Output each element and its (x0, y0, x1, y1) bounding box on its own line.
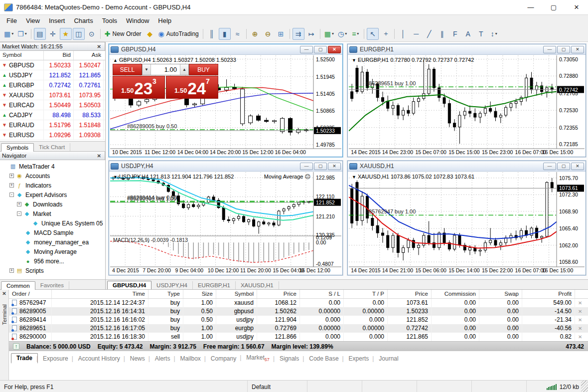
periods-button[interactable]: ◷▾ (336, 28, 348, 40)
terminal-tab-code-base[interactable]: Code Base (304, 354, 343, 363)
expand-icon[interactable]: + (17, 202, 21, 206)
data-window-toggle[interactable]: ✛ (47, 28, 59, 40)
collapse-icon[interactable]: - (9, 193, 14, 197)
market-watch-row-eurcad[interactable]: ▼EURCAD1.504491.50503 (0, 100, 105, 110)
navigator-item-market[interactable]: -◆Market (2, 209, 105, 218)
market-watch-row-eurgbp[interactable]: ▲EURGBP0.727420.72761 (0, 80, 105, 90)
chart-tab-xauusd-h1[interactable]: XAUUSD,H1 (236, 281, 279, 289)
close-order-icon[interactable]: ✕ (575, 300, 582, 306)
collapse-icon[interactable]: - (17, 211, 21, 216)
market-watch-row-xauusd[interactable]: ▼XAUUSD1073.611073.95 (0, 90, 105, 100)
zoom-in-button[interactable]: ⊕ (249, 28, 261, 40)
chart-close-icon[interactable]: ✕ (571, 163, 584, 170)
tab-tick-chart[interactable]: Tick Chart (34, 143, 70, 151)
terminal-tab-alerts[interactable]: Alerts (150, 354, 175, 363)
column-header-profit[interactable]: Profit (522, 290, 575, 298)
menu-charts[interactable]: Charts (69, 16, 97, 25)
sell-button[interactable]: SELL (113, 64, 142, 75)
volume-up-icon[interactable]: ▲ (180, 64, 188, 75)
menu-file[interactable]: File (2, 16, 21, 25)
maximize-button[interactable]: ▢ (542, 0, 565, 14)
order-row-86289651[interactable]: 862896512015.12.16 16:17:05buy1.00eurgbp… (9, 324, 588, 333)
profiles-button[interactable]: ❐▾ (16, 28, 28, 40)
column-header-type[interactable]: Type (148, 290, 183, 298)
expand-icon[interactable]: + (9, 174, 14, 178)
crosshair-button[interactable]: ＋ (380, 28, 392, 40)
menu-help[interactable]: Help (153, 16, 176, 25)
navigator-item-moving-average[interactable]: ◆Moving Average (2, 247, 105, 256)
line-chart-toggle[interactable]: ≈ (232, 28, 244, 40)
status-profile[interactable]: Default (248, 381, 307, 392)
menu-view[interactable]: View (21, 16, 44, 25)
chart-window-xauusd-titlebar[interactable]: XAUUSD,H1 — ▢ ✕ (348, 161, 586, 172)
terminal-tab-company[interactable]: Company (206, 354, 241, 363)
cursor-button[interactable]: ↖ (367, 28, 379, 40)
menu-tools[interactable]: Tools (98, 16, 122, 25)
trendline-button[interactable]: ╱ (423, 28, 435, 40)
column-header-price[interactable]: Price (388, 290, 432, 298)
navigator-item-expert-advisors[interactable]: -◆Expert Advisors (2, 190, 105, 199)
terminal-tab-trade[interactable]: Trade (11, 353, 38, 364)
buy-price-panel[interactable]: 1.50 24 7 (166, 76, 218, 99)
column-header-price[interactable]: Price (257, 290, 300, 298)
autotrading-button[interactable]: ◉AutoTrading (157, 28, 200, 40)
chart-close-icon[interactable]: ✕ (571, 46, 584, 53)
order-row-86290000[interactable]: 862900002015.12.16 16:18:30sell1.00usdjp… (9, 333, 588, 341)
column-header-order-[interactable]: Order / (9, 290, 52, 298)
terminal-tab-experts[interactable]: Experts (344, 354, 374, 363)
text-button[interactable]: A (462, 28, 474, 40)
new-chart-button[interactable]: ▦▾ (2, 28, 15, 40)
terminal-tab-exposure[interactable]: Exposure (38, 354, 73, 363)
candlestick-toggle[interactable]: ▮ (219, 28, 231, 40)
close-order-icon[interactable]: ✕ (575, 334, 582, 340)
chart-minimize-icon[interactable]: — (543, 163, 556, 170)
chart-restore-icon[interactable]: ▢ (314, 46, 327, 53)
label-button[interactable]: T (475, 28, 487, 40)
column-header-swap[interactable]: Swap (479, 290, 522, 298)
terminal-tab-mailbox[interactable]: Mailbox (175, 354, 205, 363)
chart-canvas-usdjpy[interactable]: #86289414 buy 0.50#86290000 sell 1.00122… (110, 172, 341, 274)
close-order-icon[interactable]: ✕ (575, 309, 582, 314)
chart-tab-eurgbp-h1[interactable]: EURGBP,H1 (193, 281, 236, 289)
navigator-item-scripts[interactable]: +▤Scripts (2, 266, 105, 275)
hline-button[interactable]: ─ (410, 28, 422, 40)
terminal-tab-account-history[interactable]: Account History (73, 354, 125, 363)
market-watch-row-gbpusd[interactable]: ▼GBPUSD1.502331.50247 (0, 60, 105, 70)
navigator-item-accounts[interactable]: +◉Accounts (2, 171, 105, 181)
navigator-item-macd-sample[interactable]: ◆MACD Sample (2, 228, 105, 237)
column-header-commission[interactable]: Commission (432, 290, 479, 298)
vline-button[interactable]: │ (397, 28, 409, 40)
chart-window-gbpusd-titlebar[interactable]: GBPUSD,H4 — ▢ ✕ (109, 44, 342, 55)
market-watch-close-icon[interactable]: ✕ (96, 44, 103, 49)
terminal-tab-news[interactable]: News (125, 354, 150, 363)
sell-price-panel[interactable]: 1.50 23 3 (113, 76, 165, 99)
tab-favorites[interactable]: Favorites (35, 281, 69, 289)
chart-window-usdjpy-titlebar[interactable]: USDJPY,H4 — ▢ ✕ (109, 161, 342, 172)
market-watch-toggle[interactable]: ▤ (34, 28, 46, 40)
chart-canvas-eurgbp[interactable]: #86289651 buy 1.000.730500.728800.727050… (349, 55, 585, 156)
terminal-close-icon[interactable]: ✕ (2, 290, 6, 297)
terminal-tab-signals[interactable]: Signals (275, 354, 304, 363)
buy-button[interactable]: BUY (189, 64, 218, 75)
strategy-tester-toggle[interactable]: ⊙ (86, 28, 98, 40)
tab-common[interactable]: Common (1, 281, 35, 290)
resize-grip[interactable] (581, 381, 588, 392)
chart-window-eurgbp-titlebar[interactable]: EURGBP,H1 — ▢ ✕ (348, 44, 586, 55)
expand-icon[interactable]: + (9, 268, 14, 273)
column-header-s-l[interactable]: S / L (300, 290, 344, 298)
bar-chart-toggle[interactable]: ║ (206, 28, 218, 40)
chart-restore-icon[interactable]: ▢ (557, 46, 570, 53)
navigator-item-money-manager-ea[interactable]: ◆money_manager_ea (2, 237, 105, 247)
navigator-item-unique-eas-system-05[interactable]: ◆Unique EAs System 05 (2, 218, 105, 228)
chart-tab-usdjpy-h4[interactable]: USDJPY,H4 (151, 281, 193, 289)
column-header-symbol[interactable]: Symbol (216, 290, 257, 298)
chart-close-icon[interactable]: ✕ (328, 46, 341, 53)
column-header-time[interactable]: Time (52, 290, 148, 298)
chart-restore-icon[interactable]: ▢ (557, 163, 570, 170)
chart-tab-gbpusd-h4[interactable]: GBPUSD,H4 (107, 281, 151, 289)
menu-window[interactable]: Window (122, 16, 153, 25)
volume-down-icon[interactable]: ▼ (143, 64, 151, 75)
volume-input[interactable]: 1.00 (151, 64, 180, 75)
chart-canvas-xauusd[interactable]: #85762947 buy 1.001075.701072.301068.901… (349, 172, 585, 274)
order-row-86289414[interactable]: 862894142015.12.16 16:16:02buy0.50usdjpy… (9, 316, 588, 324)
